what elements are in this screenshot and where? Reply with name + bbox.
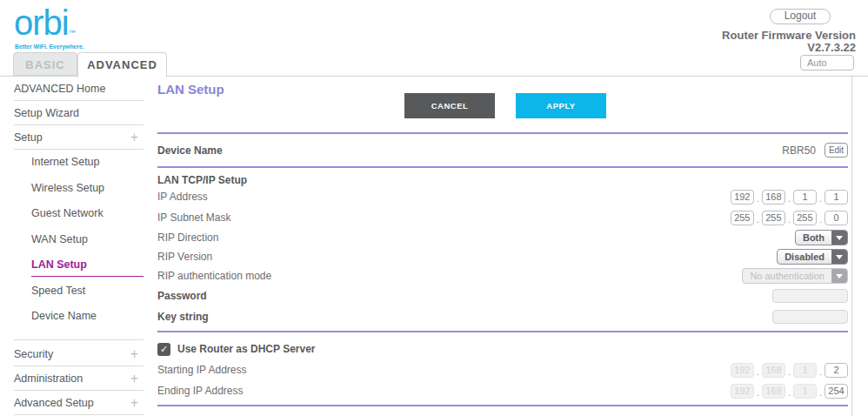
rip-version-value: Disabled <box>778 250 831 264</box>
router-admin-page: orbi™ Better WiFi. Everywhere. Logout Ro… <box>0 0 868 416</box>
sidebar-item-advanced-home[interactable]: ADVANCED Home <box>14 77 144 101</box>
ip-octet-input[interactable] <box>731 211 754 225</box>
chevron-down-icon <box>831 269 847 283</box>
octet-dot: . <box>819 389 822 399</box>
tab-bar: BASIC ADVANCED <box>13 52 167 77</box>
sidebar-item-label: Guest Network <box>31 207 103 219</box>
expand-plus-icon[interactable]: + <box>130 366 138 391</box>
rip-auth-row: RIP authentication mode No authenticatio… <box>157 266 848 285</box>
lan-tcpip-section-title: LAN TCP/IP Setup <box>157 168 848 186</box>
rip-direction-value: Both <box>796 231 831 245</box>
ip-octet-input[interactable] <box>793 211 817 225</box>
ip-octet-input-disabled <box>762 384 785 399</box>
device-name-value: RBR50 <box>782 144 816 157</box>
octet-dot: . <box>757 389 759 399</box>
expand-plus-icon[interactable]: + <box>130 342 138 366</box>
ip-octet-input-disabled <box>793 363 817 378</box>
octet-dot: . <box>757 216 759 225</box>
rip-version-row: RIP Version Disabled <box>157 247 848 266</box>
sidebar-item-lan-setup[interactable]: LAN Setup <box>0 252 150 278</box>
octet-dot: . <box>788 368 791 378</box>
ip-octet-input[interactable] <box>793 190 817 205</box>
octet-dot: . <box>788 216 791 225</box>
firmware-version-value: V2.7.3.22 <box>807 41 856 54</box>
rip-auth-value: No authentication <box>743 269 831 283</box>
language-select[interactable]: Auto <box>800 55 854 70</box>
sidebar-item-label: ADVANCED Home <box>14 83 105 95</box>
octet-dot: . <box>819 195 822 205</box>
ip-octet-input[interactable] <box>731 190 754 205</box>
sidebar-divider <box>14 330 144 340</box>
ip-octet-input[interactable] <box>825 384 848 399</box>
rip-direction-row: RIP Direction Both <box>157 228 848 247</box>
starting-ip-octets: ... <box>731 363 848 378</box>
key-string-input[interactable] <box>772 310 848 324</box>
sidebar-item-advanced-setup[interactable]: Advanced Setup+ <box>14 391 144 415</box>
dhcp-checkbox-row: ✓ Use Router as DHCP Server <box>157 339 848 359</box>
password-row: Password <box>157 285 848 306</box>
ip-octet-input-disabled <box>731 363 754 378</box>
sidebar-item-label: Wireless Setup <box>31 182 104 194</box>
octet-dot: . <box>757 368 759 378</box>
sidebar-item-label: Setup Wizard <box>14 107 79 119</box>
ip-octet-input[interactable] <box>825 211 848 225</box>
apply-button[interactable]: APPLY <box>516 93 606 118</box>
ending-ip-octets: ... <box>731 384 848 399</box>
octet-dot: . <box>757 195 759 205</box>
expand-plus-icon[interactable]: + <box>130 125 138 150</box>
sidebar-item-label: Administration <box>14 372 83 385</box>
sidebar-item-label: LAN Setup <box>31 253 144 277</box>
logo-tagline: Better WiFi. Everywhere. <box>15 44 84 50</box>
sidebar-item-security[interactable]: Security+ <box>14 342 144 366</box>
sidebar-item-setup-wizard[interactable]: Setup Wizard <box>14 101 144 125</box>
firmware-version-label: Router Firmware Version <box>722 29 856 42</box>
sidebar-item-speed-test[interactable]: Speed Test <box>0 278 150 305</box>
sidebar-item-internet-setup[interactable]: Internet Setup <box>0 150 150 176</box>
sidebar-item-device-name[interactable]: Device Name <box>0 304 150 330</box>
device-name-label: Device Name <box>157 144 223 157</box>
key-string-label: Key string <box>157 311 209 323</box>
sidebar-item-wireless-setup[interactable]: Wireless Setup <box>0 176 150 202</box>
ip-octet-input[interactable] <box>825 363 848 378</box>
starting-ip-label: Starting IP Address <box>157 364 247 376</box>
rip-direction-select[interactable]: Both <box>795 230 848 245</box>
sidebar-item-label: Device Name <box>31 310 97 322</box>
ip-octet-input[interactable] <box>762 211 785 225</box>
sidebar-item-administration[interactable]: Administration+ <box>14 366 144 391</box>
ip-octet-input[interactable] <box>825 190 848 205</box>
dhcp-server-checkbox[interactable]: ✓ <box>157 343 170 356</box>
dhcp-server-label: Use Router as DHCP Server <box>177 343 316 355</box>
sidebar-item-wan-setup[interactable]: WAN Setup <box>0 227 150 253</box>
sidebar-item-guest-network[interactable]: Guest Network <box>0 201 150 227</box>
ip-octet-input[interactable] <box>762 190 785 205</box>
chevron-down-icon[interactable] <box>831 231 847 245</box>
sidebar-item-label: Setup <box>14 131 43 144</box>
edit-button[interactable]: Edit <box>825 143 848 158</box>
ip-address-octets: ... <box>731 190 848 205</box>
expand-plus-icon[interactable]: + <box>130 391 138 415</box>
ip-octet-input-disabled <box>731 384 754 399</box>
octet-dot: . <box>819 368 822 378</box>
rip-version-select[interactable]: Disabled <box>777 249 848 265</box>
octet-dot: . <box>819 216 822 225</box>
sidebar-nav: ADVANCED Home Setup Wizard Setup+ Intern… <box>0 77 150 416</box>
logo-text: orbi <box>14 3 69 42</box>
sidebar-item-setup[interactable]: Setup+ <box>14 125 144 150</box>
tab-basic[interactable]: BASIC <box>13 52 77 76</box>
device-name-row: Device Name RBR50 Edit <box>157 134 848 166</box>
sidebar-item-label: Internet Setup <box>31 156 100 168</box>
tab-advanced[interactable]: ADVANCED <box>77 52 167 77</box>
trademark-icon: ™ <box>69 29 76 37</box>
ending-ip-row: Ending IP Address ... <box>157 380 848 401</box>
logout-button[interactable]: Logout <box>770 9 831 24</box>
title-block: LAN Setup CANCEL APPLY <box>157 77 848 132</box>
sidebar-item-label: Security <box>14 348 53 360</box>
chevron-down-icon[interactable] <box>831 250 847 264</box>
ip-octet-input-disabled <box>793 384 817 399</box>
octet-dot: . <box>788 389 791 399</box>
password-input[interactable] <box>772 289 848 303</box>
password-label: Password <box>157 290 207 302</box>
rip-auth-label: RIP authentication mode <box>157 270 271 282</box>
cancel-button[interactable]: CANCEL <box>404 93 495 118</box>
ip-octet-input-disabled <box>762 363 785 378</box>
